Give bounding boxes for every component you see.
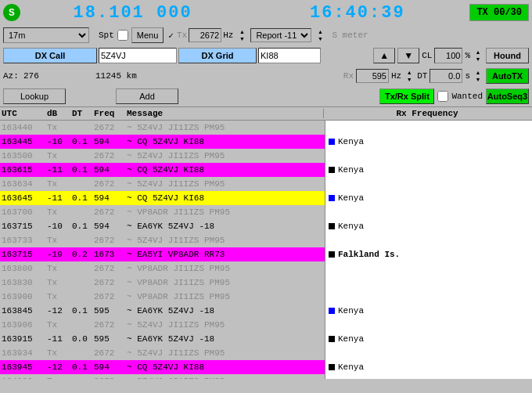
cell-db: Tx: [47, 292, 72, 301]
table-row[interactable]: 163715 -10 0.1 594 ~ EA6YK 5Z4VJ -18: [0, 219, 325, 233]
cell-freq: 595: [94, 334, 127, 344]
rx-dot-icon: [329, 139, 335, 145]
cell-db: Tx: [47, 320, 72, 330]
dx-grid-input[interactable]: [258, 48, 321, 63]
cell-db: -11: [47, 193, 72, 203]
cell-msg: ~ 5Z4VJ JI1IZS PM95: [127, 377, 323, 379]
tx-freq-input[interactable]: [189, 28, 221, 42]
cl-up[interactable]: ▲: [473, 49, 483, 56]
cell-db: -12: [47, 306, 72, 315]
table-row[interactable]: 163945 -12 0.1 594 ~ CQ 5Z4VJ KI88: [0, 360, 325, 374]
cell-freq: 594: [94, 362, 127, 372]
table-row[interactable]: 163634 Tx 2672 ~ 5Z4VJ JI1IZS PM95: [0, 177, 325, 191]
table-row[interactable]: 163900 Tx 2672 ~ VP8ADR JI1IZS PM95: [0, 290, 325, 304]
rx-dot-icon: [329, 195, 335, 201]
report-dn[interactable]: ▼: [315, 35, 325, 42]
table-row[interactable]: 163800 Tx 2672 ~ VP8ADR JI1IZS PM95: [0, 261, 325, 276]
rx-dot-icon: [329, 223, 335, 229]
dt-input[interactable]: [430, 69, 462, 83]
dt-up[interactable]: ▲: [473, 69, 483, 76]
cell-db: Tx: [47, 236, 72, 245]
cell-dt: 0.0: [72, 334, 94, 344]
cell-db: Tx: [47, 264, 72, 273]
cell-freq: 594: [94, 222, 127, 231]
table-row[interactable]: 163906 Tx 2672 ~ 5Z4VJ JI1IZS PM95: [0, 318, 325, 332]
wanted-label: Wanted: [451, 92, 483, 101]
rx-label: Rx: [343, 71, 354, 81]
table-row[interactable]: 163915 -11 0.0 595 ~ EA6YK 5Z4VJ -18: [0, 332, 325, 346]
cl-dn[interactable]: ▼: [473, 56, 483, 63]
cell-utc: 164000: [2, 377, 47, 379]
menu-button[interactable]: Menu: [131, 27, 164, 43]
table-row[interactable]: 163645 -11 0.1 594 ~ CQ 5Z4VJ KI68: [0, 191, 325, 205]
autoseq-button[interactable]: AutoSeq3: [486, 88, 529, 104]
table-row[interactable]: 163445 -10 0.1 594 ~ CQ 5Z4VJ KI88: [0, 135, 325, 149]
cell-msg: ~ VP8ADR JI1IZS PM95: [127, 278, 323, 287]
cl-pct-input[interactable]: [434, 48, 462, 63]
cell-utc: 163845: [2, 306, 47, 315]
table-row[interactable]: 163733 Tx 2672 ~ 5Z4VJ JI1IZS PM95: [0, 233, 325, 247]
band-select[interactable]: 17m: [3, 27, 89, 43]
rx-dn[interactable]: ▼: [404, 76, 415, 83]
table-row[interactable]: 163615 -11 0.1 594 ~ CQ 5Z4VJ KI88: [0, 163, 325, 177]
cell-freq: 2672: [94, 179, 127, 189]
table-row[interactable]: 163700 Tx 2672 ~ VP8ADR JI1IZS PM95: [0, 205, 325, 219]
rx-text: Kenya: [338, 193, 364, 203]
autotx-button[interactable]: AutoTX: [486, 68, 529, 84]
dx-call-input[interactable]: [99, 48, 177, 63]
dt-dn[interactable]: ▼: [473, 76, 483, 83]
dx-grid-button[interactable]: DX Grid: [178, 48, 257, 63]
dx-row: DX Call DX Grid ▲ ▼ CL % ▲ ▼ Hound: [0, 45, 532, 66]
tx-label: Tx: [177, 31, 187, 40]
table-row[interactable]: 163440 Tx 2672 ~ 5Z4VJ JI1IZS PM95: [0, 121, 325, 135]
rx-item: Kenya: [325, 135, 532, 149]
rx-text: Kenya: [338, 137, 364, 146]
report-up[interactable]: ▲: [315, 28, 325, 35]
cell-db: Tx: [47, 123, 72, 132]
table-row[interactable]: 163830 Tx 2672 ~ VP8ADR JI1IZS PM95: [0, 276, 325, 290]
cell-freq: 1673: [94, 250, 127, 259]
cell-freq: 2672: [94, 151, 127, 160]
dt-spinner: ▲ ▼: [473, 69, 483, 83]
tx-freq-dn[interactable]: ▼: [236, 35, 247, 42]
dn-arrow-button[interactable]: ▼: [397, 48, 419, 63]
spt-label: Spt: [99, 31, 114, 40]
txrx-split-button[interactable]: Tx/Rx Split: [379, 88, 434, 104]
tx-freq-up[interactable]: ▲: [236, 28, 247, 35]
cell-utc: 163945: [2, 362, 47, 372]
cell-db: -10: [47, 137, 72, 146]
cell-utc: 163500: [2, 151, 47, 160]
cell-utc: 163440: [2, 123, 47, 132]
table-row[interactable]: 163715 -19 0.2 1673 ~ EA5YI VP8ADR RR73: [0, 247, 325, 261]
table-row[interactable]: 163934 Tx 2672 ~ 5Z4VJ JI1IZS PM95: [0, 346, 325, 360]
cell-msg: ~ VP8ADR JI1IZS PM95: [127, 292, 323, 301]
up-arrow-button[interactable]: ▲: [373, 48, 395, 63]
cell-freq: 2672: [94, 377, 127, 379]
cell-utc: 163900: [2, 292, 47, 301]
hound-button[interactable]: Hound: [486, 48, 529, 63]
s-meter-label: S meter: [332, 31, 368, 40]
rx-freq-input[interactable]: [356, 69, 389, 83]
cell-freq: 2672: [94, 123, 127, 132]
table-row[interactable]: 164000 Tx 2672 ~ 5Z4VJ JI1IZS PM95: [0, 374, 325, 379]
cell-utc: 163700: [2, 207, 47, 217]
rx-text: Kenya: [338, 334, 364, 344]
cell-dt: 0.1: [72, 222, 94, 231]
table-row[interactable]: 163500 Tx 2672 ~ 5Z4VJ JI1IZS PM95: [0, 149, 325, 163]
lookup-button[interactable]: Lookup: [3, 88, 66, 104]
spt-checkbox[interactable]: [117, 30, 128, 41]
dx-call-button[interactable]: DX Call: [3, 48, 97, 63]
cell-db: Tx: [47, 278, 72, 287]
cell-db: Tx: [47, 348, 72, 358]
col-db-header: dB: [47, 109, 72, 118]
cell-db: Tx: [47, 207, 72, 217]
wanted-checkbox[interactable]: [437, 91, 448, 102]
rx-up[interactable]: ▲: [404, 69, 415, 76]
rx-text: Kenya: [338, 362, 364, 372]
report-select[interactable]: Report -11: [250, 28, 311, 42]
rx-text: Kenya: [338, 306, 364, 315]
add-button[interactable]: Add: [116, 88, 178, 104]
rx-item: [325, 374, 532, 379]
table-row[interactable]: 163845 -12 0.1 595 ~ EA6YK 5Z4VJ -18: [0, 304, 325, 318]
rx-hz-label: Hz: [391, 71, 401, 81]
